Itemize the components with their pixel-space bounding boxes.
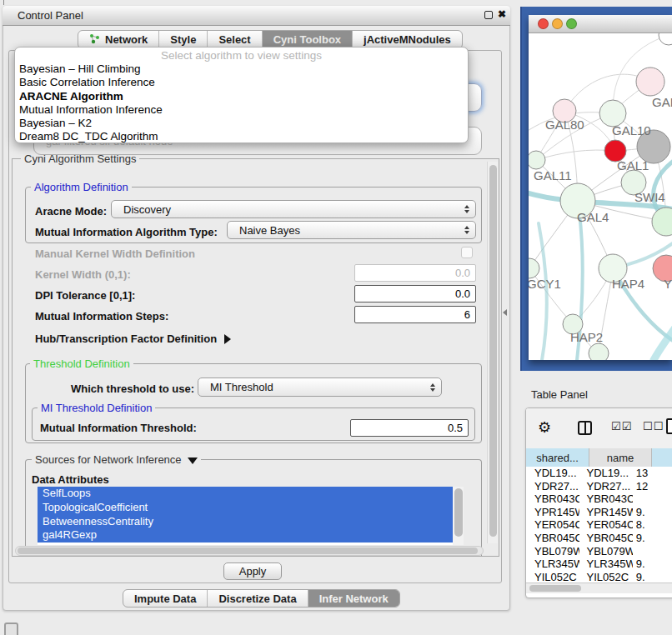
network-node-label: HAP2 [570,330,603,344]
table-cell: 8. [633,518,672,532]
network-node[interactable] [652,208,672,236]
network-node-label: HAP4 [612,277,644,291]
table-row[interactable]: YDL19...YDL19...13 [526,467,672,480]
expanded-arrow-icon [188,458,198,464]
table-row[interactable]: YIL052CYIL052C9. [526,571,672,582]
sources-group-title[interactable]: Sources for Network Inference [32,453,201,466]
dropdown-item[interactable]: Bayesian – Hill Climbing [15,62,468,76]
table-column-header[interactable] [652,448,672,467]
hub-definition-expander[interactable]: Hub/Transcription Factor Definition [35,332,231,345]
table-column-header[interactable]: shared... [526,448,589,467]
mi-steps-field[interactable]: 6 [354,306,476,323]
table-cell: YBR045C [526,532,579,545]
apply-button[interactable]: Apply [223,562,282,580]
table-row[interactable]: YPR145WYPR145W9. [526,506,672,519]
kernel-width-field[interactable]: 0.0 [354,264,476,282]
mi-type-combo[interactable]: Naive Bayes [227,221,476,239]
network-canvas[interactable]: GALGAL80GAL10GAL1GAL11SWI4GAL4GCY1HAP4YH… [529,33,672,360]
network-node[interactable] [659,33,672,45]
tab-style[interactable]: Style [158,31,207,48]
table-row[interactable]: YER054CYER054C8. [526,518,672,532]
table-row[interactable]: YDR27...YDR27...12 [526,480,672,493]
dropdown-item[interactable]: Basic Correlation Inference [15,76,468,89]
attribute-list-item[interactable]: SelfLoops [38,487,453,501]
tab-network[interactable]: Network [78,31,158,48]
table-row[interactable]: YLR345WYLR345W9. [526,558,672,571]
attribute-list-item[interactable]: TopologicalCoefficient [38,501,453,515]
network-node-label: GAL10 [612,123,651,138]
table-column-header[interactable]: name [589,448,652,467]
table-cell: 12 [633,480,672,493]
table-row[interactable]: YBR043CYBR043C [526,492,672,506]
tab-select[interactable]: Select [207,31,261,48]
table-horizontal-scrollbar[interactable] [526,582,672,593]
dpi-tolerance-field[interactable]: 0.0 [354,285,476,302]
tab-jactivemnodules[interactable]: jActiveMNodules [352,31,462,48]
aracne-mode-combo[interactable]: Discovery [111,200,476,218]
close-icon[interactable]: ✖ [498,8,506,20]
network-node[interactable] [529,258,539,278]
settings-vertical-scrollbar[interactable] [487,162,498,543]
float-window-icon[interactable] [484,11,493,19]
table-cell: 9. [633,532,672,545]
table-row[interactable]: YBL079WYBL079W [526,545,672,558]
table-cell: YLR345W [579,558,632,571]
table-cell: 9. [633,506,672,519]
table-cell: YDR27... [579,480,632,493]
tab-label: Style [170,33,196,46]
algorithm-dropdown-list: Bayesian – Hill ClimbingBasic Correlatio… [15,62,468,143]
attributes-scrollbar[interactable] [453,487,464,545]
manual-kernel-checkbox[interactable] [461,247,473,258]
dropdown-placeholder: Select algorithm to view settings [15,49,468,62]
table-cell: YIL052C [579,571,632,582]
table-cell: YDL19... [526,467,579,480]
attribute-list-item[interactable]: BetweennessCentrality [38,515,453,529]
attribute-list-item[interactable]: gal4RGexp [38,528,453,542]
settings-horizontal-scrollbar[interactable] [15,546,484,556]
table-cell: 9. [633,558,672,571]
table-cell: 13 [633,467,672,480]
tab-label: Select [218,33,250,46]
dropdown-item[interactable]: Dream8 DC_TDC Algorithm [15,130,468,143]
network-node[interactable] [529,151,545,169]
tab-infer-network[interactable]: Infer Network [308,590,399,607]
network-node[interactable] [589,343,609,360]
tab-label: Cyni Toolbox [273,33,341,46]
mi-type-value: Naive Bayes [239,224,300,237]
minimize-traffic-light[interactable] [552,18,563,29]
network-edge[interactable] [654,325,672,360]
tab-label: Discretize Data [218,592,296,605]
dropdown-item[interactable]: Bayesian – K2 [15,117,468,130]
split-pane-handle[interactable] [503,309,507,316]
gear-icon[interactable]: ⚙ [538,418,551,437]
columns-icon[interactable] [578,421,592,435]
dropdown-item[interactable]: Mutual Information Inference [15,103,468,117]
zoom-traffic-light[interactable] [566,18,577,29]
network-edge[interactable] [536,150,615,160]
network-node[interactable] [636,68,664,96]
checked-pair-icon[interactable]: ☑☑ [611,420,632,432]
tab-impute-data[interactable]: Impute Data [123,590,207,607]
table-cell: YDL19... [579,467,632,480]
tab-cyni-toolbox[interactable]: Cyni Toolbox [262,31,352,48]
close-traffic-light[interactable] [538,18,549,29]
data-attributes-list: SelfLoopsTopologicalCoefficientBetweenne… [38,487,464,545]
tab-label: Impute Data [134,592,196,605]
mi-threshold-field[interactable]: 0.5 [350,419,469,437]
network-edge[interactable] [539,223,547,360]
tab-discretize-data[interactable]: Discretize Data [207,590,307,607]
which-threshold-label: Which threshold to use: [71,382,194,395]
network-tab-icon [89,33,100,47]
table-cell [633,545,672,558]
table-row[interactable]: YBR045CYBR045C9. [526,532,672,545]
dock-corner-button[interactable] [4,622,18,635]
page-icon[interactable] [666,418,672,434]
table-cell: YBL079W [579,545,632,558]
dropdown-item[interactable]: ARACNE Algorithm [15,90,468,103]
table-toolbar: ⚙ ☑☑ ☐☐ [526,408,672,448]
spinner-arrows-icon [464,205,469,213]
table-cell: YBR043C [579,492,632,506]
which-threshold-combo[interactable]: MI Threshold [198,378,442,397]
tab-label: Network [105,33,148,46]
unchecked-pair-icon[interactable]: ☐☐ [643,420,664,432]
